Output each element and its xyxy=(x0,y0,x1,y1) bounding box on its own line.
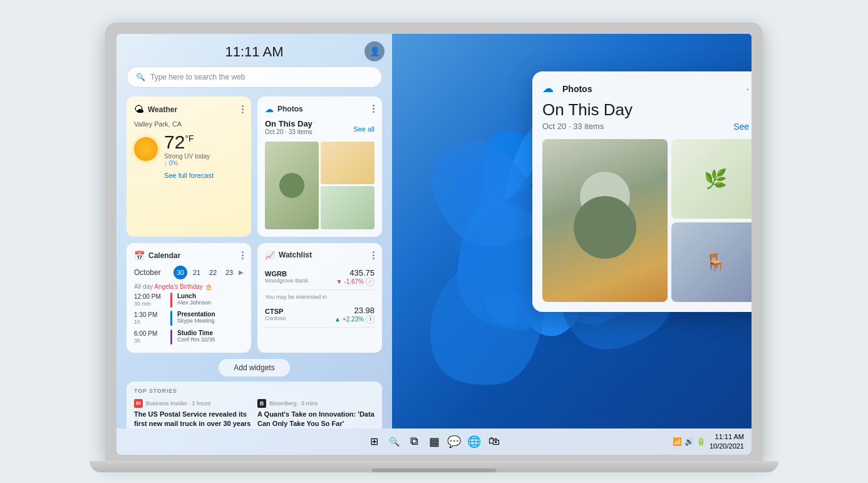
search-placeholder: Type here to search the web xyxy=(150,73,245,81)
weather-condition: Strong UV today xyxy=(164,153,210,160)
widget-grid-row1: 🌤 Weather Valley Park, CA xyxy=(127,96,382,237)
laptop-screen: 👤 11:11 AM 🔍 Type here to search the web… xyxy=(116,34,752,455)
user-avatar[interactable]: 👤 xyxy=(364,41,385,61)
calendar-date-numbers: 30 21 22 23 ▶ xyxy=(173,266,244,279)
weather-icon: 🌤 xyxy=(134,104,144,115)
widget-grid-row2: 📅 Calendar October 30 21 xyxy=(127,243,382,353)
taskbar-edge-button[interactable]: 🌐 xyxy=(465,433,483,450)
laptop-base xyxy=(90,461,778,472)
news-item-2[interactable]: B Bloomberg · 3 mins A Quant's Take on I… xyxy=(257,399,375,428)
popup-photos-grid xyxy=(542,139,752,302)
watchlist-widget-header: 📈 Watchlist xyxy=(265,251,375,260)
watchlist-widget: 📈 Watchlist WGRB Woodgrove Bank xyxy=(257,243,382,353)
calendar-widget: 📅 Calendar October 30 21 xyxy=(127,243,251,353)
calendar-more-button[interactable] xyxy=(242,251,244,259)
taskbar-right: 📶 🔊 🔋 11:11 AM 10/20/2021 xyxy=(673,432,744,450)
calendar-chevron-right[interactable]: ▶ xyxy=(239,269,244,276)
weather-temp-row: 72°F Strong UV today ↓ 0% xyxy=(134,132,244,167)
calendar-date-22[interactable]: 22 xyxy=(206,266,220,279)
watchlist-title: Watchlist xyxy=(279,251,312,259)
taskbar-chat-button[interactable]: 💬 xyxy=(445,433,463,450)
taskbar-system-icons: 📶 🔊 🔋 xyxy=(673,437,706,446)
photos-grid xyxy=(265,142,375,229)
calendar-events: 12:00 PM 30 min Lunch Alex Johnson xyxy=(134,293,244,345)
weather-temperature: 72°F xyxy=(164,132,210,153)
popup-cloud-icon: ☁ xyxy=(542,81,557,96)
weather-more-button[interactable] xyxy=(242,105,244,113)
see-forecast-link[interactable]: See full forecast xyxy=(134,172,244,179)
photos-thumb-3[interactable] xyxy=(321,186,375,229)
photos-title: Photos xyxy=(277,105,303,113)
photos-section-title: On This Day xyxy=(265,119,313,128)
photos-more-button[interactable] xyxy=(373,105,375,113)
weather-location: Valley Park, CA xyxy=(134,120,244,128)
taskbar-store-button[interactable]: 🛍 xyxy=(485,433,503,450)
taskbar-center: ⊞ 🔍 ⧉ ▦ 💬 🌐 🛍 xyxy=(365,433,503,450)
calendar-birthday: Angela's Birthday 🎂 xyxy=(154,283,212,290)
calendar-all-day-label: All day Angela's Birthday 🎂 xyxy=(134,283,244,290)
photos-widget-header: ☁ Photos xyxy=(265,104,375,114)
news-grid: BI Business Insider · 2 hours The US Pos… xyxy=(134,399,375,428)
stock-ctsp[interactable]: CTSP Contoso 23.98 ▲ +2.23% ℹ xyxy=(265,303,375,328)
taskbar-volume-icon: 🔊 xyxy=(685,437,694,446)
calendar-event-lunch[interactable]: 12:00 PM 30 min Lunch Alex Johnson xyxy=(134,293,244,308)
weather-widget: 🌤 Weather Valley Park, CA xyxy=(127,96,251,237)
photos-thumb-2[interactable] xyxy=(321,142,375,185)
news-section: TOP STORIES BI Business Insider · 2 hour… xyxy=(127,382,382,428)
taskbar-wifi-icon: 📶 xyxy=(673,437,682,446)
calendar-date-21[interactable]: 21 xyxy=(190,266,204,279)
calendar-event-studio[interactable]: 6:00 PM 3h Studio Time Conf Rm 32/35 xyxy=(134,330,244,345)
calendar-icon: 📅 xyxy=(134,251,145,261)
popup-meta-row: Oct 20 · 33 items See all xyxy=(542,122,752,132)
weather-sun-icon xyxy=(134,137,158,161)
search-bar[interactable]: 🔍 Type here to search the web xyxy=(127,66,382,88)
photos-popup-card: ☁ Photos ··· On This Day Oct 20 · 33 ite… xyxy=(532,71,752,312)
taskbar-clock[interactable]: 11:11 AM 10/20/2021 xyxy=(710,432,744,450)
weather-title: Weather xyxy=(148,105,177,114)
popup-photo-bottom-right[interactable] xyxy=(671,222,752,302)
popup-photo-large[interactable] xyxy=(542,139,668,302)
watchlist-suggestion-label: You may be interested in xyxy=(265,294,375,300)
photos-see-all-link[interactable]: See all xyxy=(353,125,375,133)
top-stories-label: TOP STORIES xyxy=(134,388,375,394)
photos-thumb-1[interactable] xyxy=(265,142,319,229)
calendar-widget-header: 📅 Calendar xyxy=(134,251,244,261)
news-item-1[interactable]: BI Business Insider · 2 hours The US Pos… xyxy=(134,399,251,428)
news-source-1: BI Business Insider · 2 hours xyxy=(134,399,251,408)
photos-meta: Oct 20 · 33 items xyxy=(265,128,313,135)
popup-meta: Oct 20 · 33 items xyxy=(542,122,604,131)
popup-header: ☁ Photos ··· xyxy=(542,81,752,96)
calendar-month-row: October 30 21 22 23 ▶ xyxy=(134,266,244,279)
calendar-event-presentation[interactable]: 1:30 PM 1h Presentation Skype Meeting xyxy=(134,311,244,326)
popup-title-row: ☁ Photos xyxy=(542,81,592,96)
taskbar-taskview-button[interactable]: ⧉ xyxy=(405,433,423,450)
news-source-2: B Bloomberg · 3 mins xyxy=(257,399,375,408)
widget-panel: 👤 11:11 AM 🔍 Type here to search the web… xyxy=(116,34,392,428)
popup-on-this-day-title: On This Day xyxy=(542,100,752,120)
stock-wgrb[interactable]: WGRB Woodgrove Bank 435.75 ▼ -1.67% ✓ xyxy=(265,265,375,290)
popup-see-all-link[interactable]: See all xyxy=(733,122,752,132)
photos-cloud-icon: ☁ xyxy=(265,104,274,114)
popup-photo-top-right[interactable] xyxy=(671,139,752,219)
weather-precipitation: ↓ 0% xyxy=(164,160,210,167)
add-widgets-button[interactable]: Add widgets xyxy=(219,359,289,377)
calendar-title: Calendar xyxy=(148,251,180,260)
calendar-month-label: October xyxy=(134,268,161,277)
calendar-date-23[interactable]: 23 xyxy=(222,266,236,279)
popup-more-button[interactable]: ··· xyxy=(746,81,752,96)
photos-widget: ☁ Photos On This Day Oct 20 · 33 items xyxy=(257,96,382,237)
laptop-screen-border: 👤 11:11 AM 🔍 Type here to search the web… xyxy=(105,23,763,461)
watchlist-more-button[interactable] xyxy=(373,251,375,259)
calendar-date-today[interactable]: 30 xyxy=(173,266,187,279)
watchlist-icon: 📈 xyxy=(265,251,275,260)
add-widgets-row: Add widgets xyxy=(127,359,382,377)
news-headline-1: The US Postal Service revealed its first… xyxy=(134,410,251,428)
popup-app-name: Photos xyxy=(562,84,592,94)
taskbar-start-button[interactable]: ⊞ xyxy=(365,433,383,450)
taskbar-search-button[interactable]: 🔍 xyxy=(385,433,403,450)
taskbar-widgets-button[interactable]: ▦ xyxy=(425,433,443,450)
taskbar: ⊞ 🔍 ⧉ ▦ 💬 🌐 🛍 📶 🔊 🔋 11:11 AM xyxy=(116,428,752,455)
weather-widget-header: 🌤 Weather xyxy=(134,104,244,115)
panel-clock: 11:11 AM xyxy=(127,44,382,60)
taskbar-battery-icon: 🔋 xyxy=(696,437,706,446)
